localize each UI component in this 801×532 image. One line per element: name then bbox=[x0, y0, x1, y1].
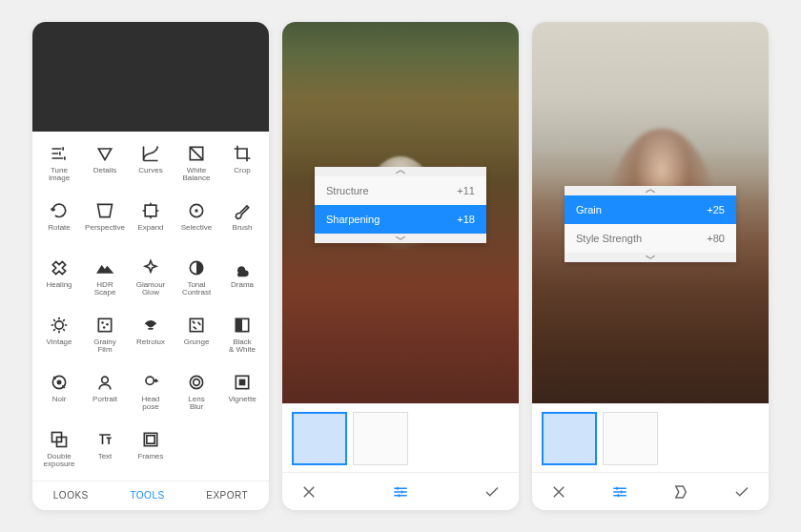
adjust-row-grain[interactable]: Grain+25 bbox=[565, 195, 736, 224]
glow-icon bbox=[140, 257, 161, 278]
adjust-icon[interactable] bbox=[389, 481, 412, 503]
tool-label: Noir bbox=[52, 396, 67, 404]
wb-icon bbox=[186, 143, 207, 164]
vintage-icon bbox=[49, 315, 70, 336]
tool-vignette[interactable]: Vignette bbox=[219, 368, 265, 423]
tool-black-white[interactable]: Black& White bbox=[219, 311, 265, 366]
lensblur-icon bbox=[186, 372, 207, 393]
tool-crop[interactable]: Crop bbox=[219, 139, 265, 194]
drag-handle-bottom[interactable] bbox=[315, 234, 486, 243]
tool-label: Curves bbox=[138, 167, 162, 175]
tool-frames[interactable]: Frames bbox=[128, 425, 174, 481]
perspective-icon bbox=[94, 200, 115, 221]
screen-tools: TuneImageDetailsCurvesWhiteBalanceCropRo… bbox=[32, 22, 269, 510]
preset-thumb-selected[interactable] bbox=[292, 412, 347, 465]
tool-tune-image[interactable]: TuneImage bbox=[36, 139, 82, 194]
adjust-panel[interactable]: Grain+25Style Strength+80 bbox=[565, 186, 736, 262]
hdr-icon bbox=[94, 257, 115, 278]
tool-head-pose[interactable]: Headpose bbox=[128, 368, 174, 423]
image-preview-collapsed bbox=[32, 22, 269, 132]
tool-retrolux[interactable]: Retrolux bbox=[128, 311, 174, 366]
adjust-value: +11 bbox=[457, 185, 475, 196]
screen-details-edit: Structure+11Sharpening+18 bbox=[282, 22, 519, 510]
apply-button[interactable] bbox=[730, 481, 753, 503]
tool-label: TuneImage bbox=[49, 167, 70, 184]
adjust-label: Style Strength bbox=[576, 233, 642, 244]
preset-thumb-selected[interactable] bbox=[542, 412, 597, 465]
tool-perspective[interactable]: Perspective bbox=[82, 196, 128, 252]
rotate-icon bbox=[49, 200, 70, 221]
tool-lens-blur[interactable]: LensBlur bbox=[174, 368, 219, 423]
nav-tools[interactable]: TOOLS bbox=[130, 490, 164, 501]
tool-curves[interactable]: Curves bbox=[128, 139, 174, 194]
triangle-down-icon bbox=[94, 143, 115, 164]
tool-rotate[interactable]: Rotate bbox=[36, 196, 82, 252]
grainy-icon bbox=[94, 315, 115, 336]
tool-white-balance[interactable]: WhiteBalance bbox=[174, 139, 219, 194]
healing-icon bbox=[49, 257, 70, 278]
tool-grainy-film[interactable]: GrainyFilm bbox=[82, 311, 128, 366]
adjust-row-structure[interactable]: Structure+11 bbox=[315, 176, 486, 205]
tool-double-exposure[interactable]: Doubleexposure bbox=[36, 425, 82, 481]
preset-thumb[interactable] bbox=[603, 412, 658, 465]
tool-healing[interactable]: Healing bbox=[36, 254, 82, 309]
tool-label: Drama bbox=[231, 281, 254, 290]
tool-label: Crop bbox=[234, 167, 250, 175]
tool-noir[interactable]: Noir bbox=[36, 368, 82, 423]
adjust-value: +80 bbox=[707, 233, 725, 244]
double-icon bbox=[49, 429, 70, 450]
preset-strip[interactable] bbox=[282, 403, 519, 472]
screen-grainy-edit: Grain+25Style Strength+80 bbox=[532, 22, 769, 510]
styles-icon[interactable] bbox=[669, 481, 692, 503]
tool-drama[interactable]: Drama bbox=[219, 254, 265, 309]
tool-label: Headpose bbox=[141, 396, 159, 413]
adjust-icon[interactable] bbox=[608, 481, 631, 503]
tool-label: LensBlur bbox=[188, 396, 204, 413]
tool-grunge[interactable]: Grunge bbox=[174, 311, 219, 366]
text-icon bbox=[94, 429, 115, 450]
brush-icon bbox=[232, 200, 253, 221]
tool-label: HDRScape bbox=[94, 281, 116, 298]
tool-glamour-glow[interactable]: GlamourGlow bbox=[128, 254, 174, 309]
cancel-button[interactable] bbox=[298, 481, 320, 503]
tool-tonal-contrast[interactable]: TonalContrast bbox=[174, 254, 219, 309]
tools-grid: TuneImageDetailsCurvesWhiteBalanceCropRo… bbox=[32, 132, 269, 481]
tool-label: Vintage bbox=[47, 338, 72, 347]
tool-portrait[interactable]: Portrait bbox=[82, 368, 128, 423]
apply-button[interactable] bbox=[481, 481, 503, 503]
tool-vintage[interactable]: Vintage bbox=[36, 311, 82, 366]
tool-hdr-scape[interactable]: HDRScape bbox=[82, 254, 128, 309]
tool-label: Perspective bbox=[85, 224, 125, 233]
action-bar bbox=[532, 472, 769, 510]
tool-label: Doubleexposure bbox=[44, 453, 75, 470]
vignette-icon bbox=[232, 372, 253, 393]
adjust-label: Grain bbox=[576, 204, 602, 215]
tool-label: Frames bbox=[137, 453, 163, 461]
adjust-row-style-strength[interactable]: Style Strength+80 bbox=[565, 224, 736, 253]
tool-expand[interactable]: Expand bbox=[128, 196, 174, 252]
head-icon bbox=[140, 372, 161, 393]
adjust-panel[interactable]: Structure+11Sharpening+18 bbox=[315, 167, 486, 243]
photo-preview[interactable]: Grain+25Style Strength+80 bbox=[532, 22, 769, 403]
adjust-value: +18 bbox=[457, 214, 475, 225]
nav-looks[interactable]: LOOKS bbox=[53, 490, 89, 501]
tool-label: Details bbox=[93, 167, 116, 175]
tool-label: Brush bbox=[233, 224, 253, 233]
tool-text[interactable]: Text bbox=[82, 425, 128, 481]
tool-label: Healing bbox=[46, 281, 72, 290]
tool-brush[interactable]: Brush bbox=[219, 196, 265, 252]
tool-selective[interactable]: Selective bbox=[174, 196, 219, 252]
nav-export[interactable]: EXPORT bbox=[206, 490, 248, 501]
preset-thumb[interactable] bbox=[353, 412, 408, 465]
drag-handle-bottom[interactable] bbox=[565, 253, 736, 262]
drag-handle-top[interactable] bbox=[315, 167, 486, 176]
adjust-row-sharpening[interactable]: Sharpening+18 bbox=[315, 205, 486, 234]
preset-strip[interactable] bbox=[532, 403, 769, 472]
bottom-nav: LOOKS TOOLS EXPORT bbox=[32, 481, 269, 510]
drag-handle-top[interactable] bbox=[565, 186, 736, 195]
photo-preview[interactable]: Structure+11Sharpening+18 bbox=[282, 22, 519, 403]
cancel-button[interactable] bbox=[547, 481, 570, 503]
adjust-value: +25 bbox=[707, 204, 725, 215]
tool-label: Selective bbox=[181, 224, 212, 233]
tool-details[interactable]: Details bbox=[82, 139, 128, 194]
